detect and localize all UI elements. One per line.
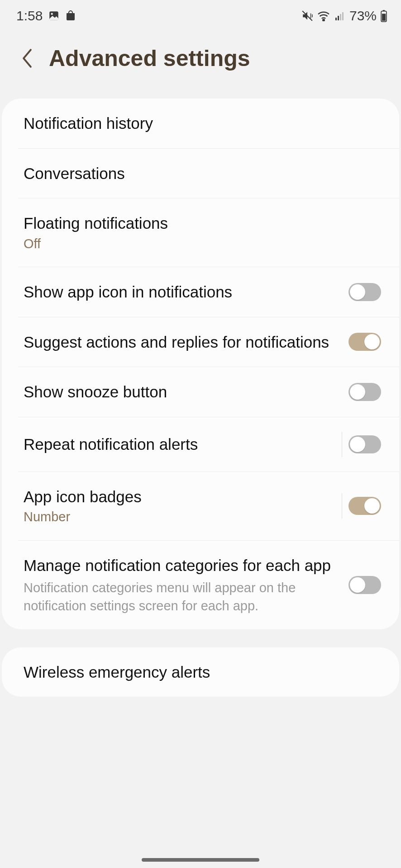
divider [342,493,342,519]
row-show-snooze[interactable]: Show snooze button [18,367,399,417]
toggle-suggest-actions[interactable] [348,333,381,351]
status-battery-pct: 73% [349,8,377,24]
wifi-icon [317,10,330,21]
row-description: Notification categories menu will appear… [24,579,340,614]
row-title: Show snooze button [24,382,340,402]
svg-rect-11 [383,10,385,11]
bag-icon [65,10,76,21]
toggle-manage-categories[interactable] [348,576,381,594]
row-subtitle: Off [24,236,373,253]
row-conversations[interactable]: Conversations [18,148,399,198]
chevron-left-icon [21,48,33,68]
row-title: Manage notification categories for each … [24,555,340,576]
toggle-repeat-alerts[interactable] [348,435,381,453]
row-title: Conversations [24,163,373,184]
row-subtitle: Number [24,509,332,526]
mute-vibrate-icon [301,10,313,22]
battery-icon [380,9,387,22]
row-title: Show app icon in notifications [24,282,340,302]
gesture-bar [142,858,259,862]
status-bar: 1:58 73% [0,0,401,32]
svg-point-1 [51,13,53,15]
status-left: 1:58 [16,8,76,24]
svg-rect-7 [338,16,339,20]
svg-rect-8 [340,14,341,20]
settings-card-2: Wireless emergency alerts [2,647,399,697]
row-floating-notifications[interactable]: Floating notifications Off [18,198,399,267]
toggle-show-snooze[interactable] [348,383,381,401]
header: Advanced settings [0,32,401,99]
svg-rect-9 [342,12,344,20]
row-repeat-alerts[interactable]: Repeat notification alerts [18,417,399,472]
svg-point-5 [323,19,325,21]
row-title: App icon badges [24,486,332,507]
row-title: Wireless emergency alerts [24,662,373,683]
row-manage-categories[interactable]: Manage notification categories for each … [18,540,399,629]
row-notification-history[interactable]: Notification history [2,99,399,148]
divider [342,432,342,457]
status-right: 73% [301,8,387,24]
svg-rect-12 [382,14,386,21]
row-show-app-icon[interactable]: Show app icon in notifications [18,267,399,317]
row-title: Repeat notification alerts [24,434,332,455]
row-suggest-actions[interactable]: Suggest actions and replies for notifica… [18,317,399,367]
page-title: Advanced settings [49,45,250,71]
gallery-icon [48,10,60,22]
row-title: Notification history [24,113,373,134]
row-title: Suggest actions and replies for notifica… [24,332,340,353]
signal-icon [334,10,346,21]
svg-rect-6 [335,18,337,20]
row-title: Floating notifications [24,213,373,234]
back-button[interactable] [18,49,36,67]
toggle-app-icon-badges[interactable] [348,497,381,515]
toggle-show-app-icon[interactable] [348,283,381,301]
settings-card-1: Notification history Conversations Float… [2,99,399,629]
status-time: 1:58 [16,8,43,24]
row-app-icon-badges[interactable]: App icon badges Number [18,472,399,540]
row-wireless-emergency-alerts[interactable]: Wireless emergency alerts [2,647,399,697]
